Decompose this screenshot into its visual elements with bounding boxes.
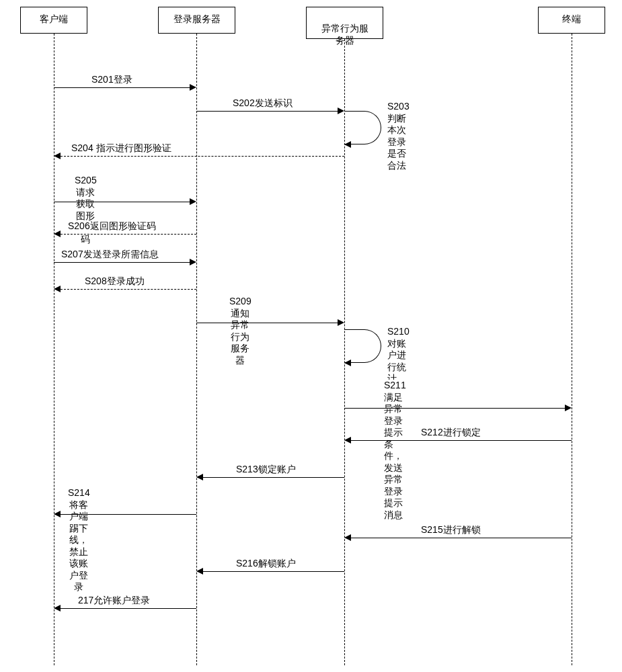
- participant-abnormal-server: 异常行为服 务器: [306, 7, 383, 39]
- msg-s215-label: S215进行解锁: [420, 524, 481, 536]
- participant-login-server: 登录服务器: [158, 7, 235, 34]
- lifeline-terminal: [572, 34, 572, 665]
- msg-s211-label: S211满足异常登录提示条 件，发送异常登录提示消息: [383, 380, 407, 521]
- participant-login-server-label: 登录服务器: [173, 13, 221, 24]
- msg-s209-label: S209通知异常 行为服务器: [229, 296, 252, 366]
- sequence-diagram: 客户端 登录服务器 异常行为服 务器 终端 S201登录 S202发送标识 S2…: [7, 7, 615, 665]
- lifeline-client: [54, 34, 54, 665]
- msg-s217-label: 217允许账户登录: [77, 595, 151, 607]
- msg-s216-label: S216解锁账户: [235, 558, 297, 570]
- msg-s202-label: S202发送标识: [232, 97, 293, 110]
- participant-client: 客户端: [20, 7, 87, 34]
- participant-terminal: 终端: [538, 7, 605, 34]
- msg-s201-label: S201登录: [91, 74, 133, 86]
- msg-s213-label: S213锁定账户: [235, 464, 297, 476]
- msg-s204-label: S204 指示进行图形验证: [71, 142, 172, 155]
- msg-s206-label: S206返回图形验证码: [67, 220, 157, 233]
- msg-s212-label: S212进行锁定: [420, 427, 481, 439]
- msg-s205-label: S205请求获取 图形验证码: [74, 175, 98, 245]
- msg-s203-label: S203判断本次 登录是否合法: [387, 101, 410, 171]
- msg-s210-label: S210对账户进 行统计: [387, 326, 410, 385]
- participant-terminal-label: 终端: [562, 13, 581, 24]
- msg-s214-label: S214将客户端踢下 线，禁止该账户登录: [67, 487, 91, 593]
- msg-s207-label: S207发送登录所需信息: [61, 249, 159, 261]
- msg-s208-label: S208登录成功: [84, 276, 145, 288]
- participant-client-label: 客户端: [40, 13, 68, 24]
